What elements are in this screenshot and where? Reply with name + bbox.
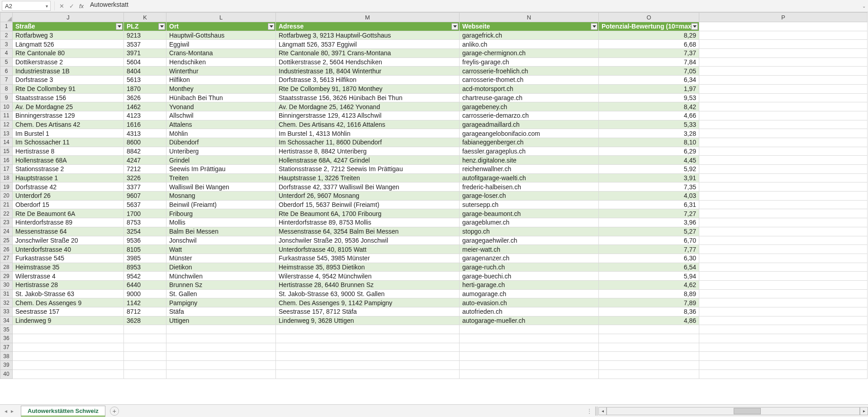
cell-M21[interactable]: Oberdorf 15, 5637 Beinwil (Freiamt): [276, 201, 460, 210]
cell-M30[interactable]: Hertistrasse 28, 6440 Brunnen Sz: [276, 281, 460, 290]
cell-L38[interactable]: [166, 352, 276, 361]
cell-M6[interactable]: Industriestrasse 1B, 8404 Winterthur: [276, 67, 460, 76]
filter-button-O[interactable]: [691, 23, 698, 30]
cell-P21[interactable]: [699, 201, 868, 210]
row-header-40[interactable]: 40: [0, 370, 13, 379]
cell-J18[interactable]: Hauptstrasse 1: [13, 174, 124, 183]
cell-L20[interactable]: Mosnang: [166, 192, 276, 201]
cell-J10[interactable]: Av. De Mordagne 25: [13, 102, 124, 111]
cell-J23[interactable]: Hinterdorfstrasse 89: [13, 218, 124, 227]
cell-N18[interactable]: autofitgarage-waelti.ch: [460, 174, 599, 183]
cell-J19[interactable]: Dorfstrasse 42: [13, 182, 124, 192]
cell-K5[interactable]: 5604: [124, 58, 166, 67]
cell-O17[interactable]: 5,92: [599, 165, 699, 174]
column-header-N[interactable]: N: [460, 12, 599, 22]
cell-L18[interactable]: Treiten: [166, 174, 276, 183]
cell-O39[interactable]: [599, 361, 699, 370]
cell-M33[interactable]: Seestrasse 157, 8712 Stäfa: [276, 307, 460, 316]
cell-N8[interactable]: acd-motorsport.ch: [460, 85, 599, 94]
cell-P22[interactable]: [699, 209, 868, 218]
cell-P23[interactable]: [699, 218, 868, 227]
cell-O7[interactable]: 6,34: [599, 76, 699, 85]
cell-O23[interactable]: 3,96: [599, 218, 699, 227]
cell-O38[interactable]: [599, 352, 699, 361]
cell-L11[interactable]: Allschwil: [166, 111, 276, 120]
row-header-15[interactable]: 15: [0, 147, 13, 156]
formula-expand-icon[interactable]: ⌄: [860, 4, 868, 9]
scroll-split-handle[interactable]: [595, 407, 598, 416]
cell-O32[interactable]: 7,89: [599, 298, 699, 307]
cell-N21[interactable]: sutersepp.ch: [460, 201, 599, 210]
cell-K25[interactable]: 9536: [124, 236, 166, 245]
cell-M20[interactable]: Unterdorf 26, 9607 Mosnang: [276, 192, 460, 201]
cell-J8[interactable]: Rte De Collombey 91: [13, 85, 124, 94]
cell-O28[interactable]: 6,54: [599, 263, 699, 272]
cell-O27[interactable]: 6,30: [599, 254, 699, 263]
cell-O16[interactable]: 4,45: [599, 156, 699, 165]
cell-L10[interactable]: Yvonand: [166, 102, 276, 111]
row-header-1[interactable]: 1: [0, 22, 13, 31]
cell-N15[interactable]: faessler.garageplus.ch: [460, 147, 599, 156]
cell-O6[interactable]: 7,05: [599, 67, 699, 76]
row-header-38[interactable]: 38: [0, 352, 13, 361]
cell-L16[interactable]: Grindel: [166, 156, 276, 165]
row-header-28[interactable]: 28: [0, 263, 13, 272]
cell-K23[interactable]: 8753: [124, 218, 166, 227]
cell-K2[interactable]: 9213: [124, 31, 166, 40]
row-header-36[interactable]: 36: [0, 334, 13, 343]
cell-O33[interactable]: 8,36: [599, 307, 699, 316]
cell-L12[interactable]: Attalens: [166, 120, 276, 129]
cell-M22[interactable]: Rte De Beaumont 6A, 1700 Fribourg: [276, 209, 460, 218]
cell-O37[interactable]: [599, 343, 699, 352]
table-header-O[interactable]: Potenzial-Bewertung (10=max): [599, 22, 699, 31]
cell-L6[interactable]: Winterthur: [166, 67, 276, 76]
cell-L24[interactable]: Balm Bei Messen: [166, 227, 276, 236]
accept-formula-icon[interactable]: ✓: [66, 1, 76, 11]
cell-N32[interactable]: auto-evasion.ch: [460, 298, 599, 307]
cell-P27[interactable]: [699, 254, 868, 263]
formula-input[interactable]: Autowerkstatt: [86, 1, 860, 11]
cell-L3[interactable]: Eggiwil: [166, 40, 276, 49]
cell-O30[interactable]: 4,62: [599, 281, 699, 290]
cell-K30[interactable]: 6440: [124, 281, 166, 290]
cell-M10[interactable]: Av. De Mordagne 25, 1462 Yvonand: [276, 102, 460, 111]
cell-N11[interactable]: carrosserie-demarzo.ch: [460, 111, 599, 120]
row-header-32[interactable]: 32: [0, 298, 13, 307]
cell-N24[interactable]: stopgo.ch: [460, 227, 599, 236]
cell-J28[interactable]: Heimstrasse 35: [13, 263, 124, 272]
cell-N29[interactable]: garage-buechi.ch: [460, 272, 599, 281]
filter-button-N[interactable]: [591, 23, 598, 30]
cell-N2[interactable]: garagefrick.ch: [460, 31, 599, 40]
cell-K40[interactable]: [124, 370, 166, 379]
column-header-K[interactable]: K: [124, 12, 166, 22]
cell-M32[interactable]: Chem. Des Assenges 9, 1142 Pampigny: [276, 298, 460, 307]
cell-N33[interactable]: autofrieden.ch: [460, 307, 599, 316]
row-header-26[interactable]: 26: [0, 245, 13, 254]
cell-K31[interactable]: 9000: [124, 290, 166, 299]
cell-M2[interactable]: Rotfarbweg 3, 9213 Hauptwil-Gottshaus: [276, 31, 460, 40]
cell-N5[interactable]: freylis-garage.ch: [460, 58, 599, 67]
row-header-12[interactable]: 12: [0, 120, 13, 129]
cell-L35[interactable]: [166, 325, 276, 334]
cell-M24[interactable]: Messenstrasse 64, 3254 Balm Bei Messen: [276, 227, 460, 236]
cell-N31[interactable]: aumogarage.ch: [460, 290, 599, 299]
cell-K35[interactable]: [124, 325, 166, 334]
cell-O12[interactable]: 5,33: [599, 120, 699, 129]
cell-J20[interactable]: Unterdorf 26: [13, 192, 124, 201]
cell-K28[interactable]: 8953: [124, 263, 166, 272]
cell-O20[interactable]: 4,03: [599, 192, 699, 201]
cell-O3[interactable]: 6,68: [599, 40, 699, 49]
cell-M29[interactable]: Wilerstrasse 4, 9542 Münchwilen: [276, 272, 460, 281]
cell-M26[interactable]: Unterdorfstrasse 40, 8105 Watt: [276, 245, 460, 254]
cell-L9[interactable]: Hünibach Bei Thun: [166, 94, 276, 103]
cell-K4[interactable]: 3971: [124, 49, 166, 58]
cell-O11[interactable]: 4,66: [599, 111, 699, 120]
row-header-6[interactable]: 6: [0, 67, 13, 76]
cell-N30[interactable]: herti-garage.ch: [460, 281, 599, 290]
table-header-N[interactable]: Webseite: [460, 22, 599, 31]
cell-K22[interactable]: 1700: [124, 209, 166, 218]
cell-P14[interactable]: [699, 138, 868, 147]
cell-P8[interactable]: [699, 85, 868, 94]
cell-empty-header[interactable]: [699, 22, 868, 31]
cell-M8[interactable]: Rte De Collombey 91, 1870 Monthey: [276, 85, 460, 94]
